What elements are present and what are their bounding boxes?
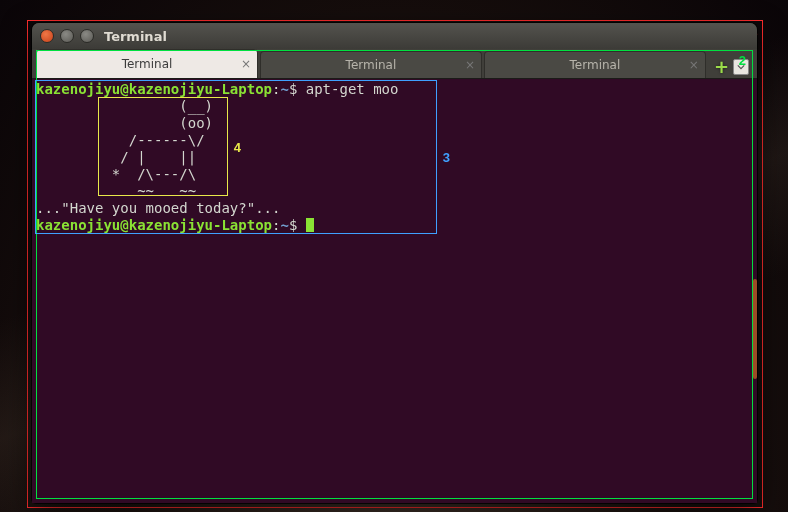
window-maximize-button[interactable] xyxy=(80,29,94,43)
tab-menu-button[interactable] xyxy=(733,59,749,75)
output-line: / | || xyxy=(36,149,221,165)
window-title: Terminal xyxy=(104,29,167,44)
tab-label: Terminal xyxy=(346,58,397,72)
tab-label: Terminal xyxy=(122,57,173,71)
output-line: /------\/ xyxy=(36,132,213,148)
output-line: (__) xyxy=(36,98,221,114)
terminal-cursor xyxy=(306,218,314,232)
plus-icon: + xyxy=(714,56,729,77)
output-line: ~~ ~~ xyxy=(36,183,221,199)
scrollbar-thumb[interactable] xyxy=(753,279,757,379)
window-buttons xyxy=(40,29,94,43)
window-minimize-button[interactable] xyxy=(60,29,74,43)
prompt-path: ~ xyxy=(280,81,288,97)
tab-3[interactable]: Terminal × xyxy=(484,51,706,78)
desktop-background: 1 Terminal Terminal × Terminal × Termina… xyxy=(0,0,788,512)
terminal-window: Terminal Terminal × Terminal × Terminal … xyxy=(32,23,757,503)
chevron-down-icon xyxy=(737,64,745,70)
window-close-button[interactable] xyxy=(40,29,54,43)
output-line: ..."Have you mooed today?"... xyxy=(36,200,280,216)
prompt-user-host: kazenojiyu@kazenojiyu-Laptop xyxy=(36,217,272,233)
terminal-content[interactable]: kazenojiyu@kazenojiyu-Laptop:~$ apt-get … xyxy=(32,79,757,236)
output-line: * /\---/\ xyxy=(36,166,205,182)
tab-actions: + xyxy=(708,58,753,78)
tab-2[interactable]: Terminal × xyxy=(260,51,482,78)
tab-bar: Terminal × Terminal × Terminal × + xyxy=(32,49,757,78)
output-line: (oo) xyxy=(36,115,221,131)
command-text: apt-get moo xyxy=(306,81,399,97)
window-titlebar[interactable]: Terminal xyxy=(32,23,757,49)
command-text xyxy=(297,81,305,97)
prompt-path: ~ xyxy=(280,217,288,233)
tab-close-icon[interactable]: × xyxy=(689,58,699,72)
terminal-area[interactable]: kazenojiyu@kazenojiyu-Laptop:~$ apt-get … xyxy=(32,78,757,503)
tab-close-icon[interactable]: × xyxy=(241,57,251,71)
new-tab-button[interactable]: + xyxy=(714,58,729,76)
tab-label: Terminal xyxy=(570,58,621,72)
tab-1[interactable]: Terminal × xyxy=(36,49,258,78)
prompt-user-host: kazenojiyu@kazenojiyu-Laptop xyxy=(36,81,272,97)
tab-close-icon[interactable]: × xyxy=(465,58,475,72)
